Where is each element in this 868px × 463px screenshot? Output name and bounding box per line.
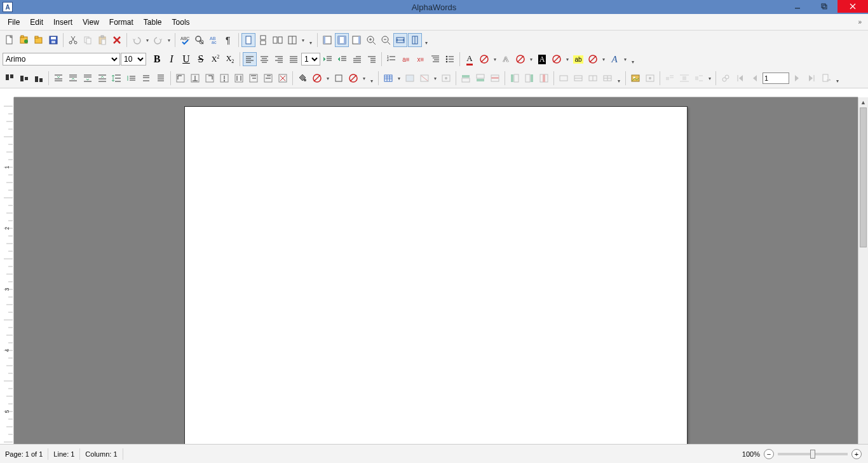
menu-view[interactable]: View (78, 15, 104, 29)
vertical-ruler[interactable]: 12345 (0, 97, 14, 455)
linespacing-select[interactable]: 1 (301, 53, 320, 66)
outline-list-button[interactable] (428, 52, 442, 66)
margin-both-button[interactable] (335, 33, 349, 47)
zoom-plus-button[interactable]: + (851, 449, 862, 459)
menu-table[interactable]: Table (139, 15, 167, 29)
standard-overflow[interactable]: ▾ (307, 33, 315, 47)
spellcheck-button[interactable]: ABC (178, 33, 192, 47)
font-color-button[interactable]: A (463, 52, 477, 66)
insert-table-button[interactable] (381, 71, 395, 85)
insert-col-right-button[interactable] (522, 71, 536, 85)
menu-file[interactable]: File (3, 15, 25, 29)
para-align-middle-button[interactable] (17, 71, 31, 85)
hanging-indent-button[interactable] (365, 52, 379, 66)
merge-cells-button[interactable] (557, 71, 571, 85)
paste-button[interactable] (95, 33, 109, 47)
delete-table-dropdown[interactable]: ▾ (432, 76, 438, 81)
insert-image-button[interactable] (628, 71, 642, 85)
font-color-none-button[interactable] (477, 52, 491, 66)
numbered-list-button[interactable]: 12 (384, 52, 398, 66)
formatting-overflow[interactable]: ▾ (629, 52, 637, 66)
para-border-none-button[interactable] (346, 71, 360, 85)
margin-left-button[interactable] (320, 33, 334, 47)
open-button[interactable] (32, 33, 46, 47)
keep-with-next-button[interactable] (139, 71, 153, 85)
single-page-button[interactable] (241, 33, 255, 47)
superscript-button[interactable]: X2 (208, 52, 222, 66)
zoom-slider-knob[interactable] (810, 450, 815, 459)
vertical-scrollbar[interactable]: ▲ ▼ (858, 97, 868, 455)
continuous-page-button[interactable] (256, 33, 270, 47)
highlight-dropdown[interactable]: ▾ (600, 57, 607, 62)
split-col-button[interactable] (586, 71, 600, 85)
keep-together-button[interactable] (154, 71, 168, 85)
columns-button[interactable] (285, 33, 299, 47)
minimize-button[interactable] (784, 0, 811, 13)
page-number-input[interactable] (763, 73, 789, 84)
maximize-button[interactable] (811, 0, 837, 13)
tab-left-button[interactable] (173, 71, 187, 85)
insert-row-above-button[interactable] (459, 71, 473, 85)
delete-row-button[interactable] (488, 71, 502, 85)
tab-center-button[interactable] (188, 71, 202, 85)
line-spacing-dec-button[interactable] (125, 71, 139, 85)
change-case-button[interactable]: ABac (207, 33, 221, 47)
para-align-bottom-button[interactable] (32, 71, 46, 85)
char-style-button[interactable]: A (607, 52, 621, 66)
align-center-button[interactable] (257, 52, 271, 66)
space-after-inc-button[interactable] (81, 71, 95, 85)
tab-indent1-button[interactable] (247, 71, 261, 85)
show-formatting-button[interactable]: ¶ (222, 33, 236, 47)
table-props-button[interactable] (439, 71, 453, 85)
zoom-minus-button[interactable]: − (764, 449, 774, 459)
roman-list-button[interactable]: x≡ (414, 52, 428, 66)
document-canvas[interactable] (14, 97, 858, 455)
scrollbar-thumb[interactable] (860, 107, 867, 247)
fit-page-button[interactable] (408, 33, 422, 47)
menu-format[interactable]: Format (104, 15, 139, 29)
bullet-list-button[interactable] (443, 52, 457, 66)
nav-overflow[interactable]: ▾ (834, 71, 841, 85)
font-outline-button[interactable]: A (499, 52, 513, 66)
copy-button[interactable] (81, 33, 95, 47)
space-before-dec-button[interactable] (66, 71, 80, 85)
image-props-button[interactable] (643, 71, 657, 85)
lowercase-list-button[interactable]: a≡ (399, 52, 413, 66)
increase-indent-button[interactable] (321, 52, 335, 66)
table-overflow[interactable]: ▾ (615, 71, 623, 85)
para-border-button[interactable] (332, 71, 346, 85)
insert-row-below-button[interactable] (473, 71, 487, 85)
strikethrough-button[interactable]: S (194, 52, 208, 66)
zoom-out-button[interactable] (379, 33, 393, 47)
italic-button[interactable]: I (165, 52, 179, 66)
nav-next-button[interactable] (790, 71, 804, 85)
save-button[interactable] (46, 33, 60, 47)
font-color-dropdown[interactable]: ▾ (492, 57, 498, 62)
wrap-dropdown[interactable]: ▾ (707, 76, 713, 81)
wrap-tight-button[interactable] (692, 71, 706, 85)
split-row-button[interactable] (571, 71, 585, 85)
tab-clear-button[interactable] (276, 71, 290, 85)
highlight-none-button[interactable] (586, 52, 600, 66)
font-bgcolor-dropdown[interactable]: ▾ (564, 57, 571, 62)
nav-prev-button[interactable] (748, 71, 762, 85)
highlight-button[interactable]: ab (571, 52, 585, 66)
subscript-button[interactable]: X2 (223, 52, 237, 66)
font-bgcolor-none-button[interactable] (550, 52, 564, 66)
view-overflow[interactable]: ▾ (423, 33, 430, 47)
para-shading-none-button[interactable] (310, 71, 324, 85)
nav-link-button[interactable] (719, 71, 733, 85)
para-border-dropdown[interactable]: ▾ (361, 76, 367, 81)
font-bgcolor-button[interactable]: A (535, 52, 549, 66)
nav-goto-button[interactable] (819, 71, 833, 85)
redo-dropdown[interactable]: ▾ (166, 38, 172, 43)
zoom-slider[interactable] (778, 453, 848, 455)
split-cell-button[interactable] (600, 71, 614, 85)
line-spacing-inc-button[interactable] (110, 71, 124, 85)
scroll-up-icon[interactable]: ▲ (858, 97, 868, 107)
cut-button[interactable] (66, 33, 80, 47)
tab-decimal-button[interactable] (217, 71, 231, 85)
insert-table-dropdown[interactable]: ▾ (396, 76, 402, 81)
tab-right-button[interactable] (203, 71, 217, 85)
select-table-button[interactable] (403, 71, 417, 85)
